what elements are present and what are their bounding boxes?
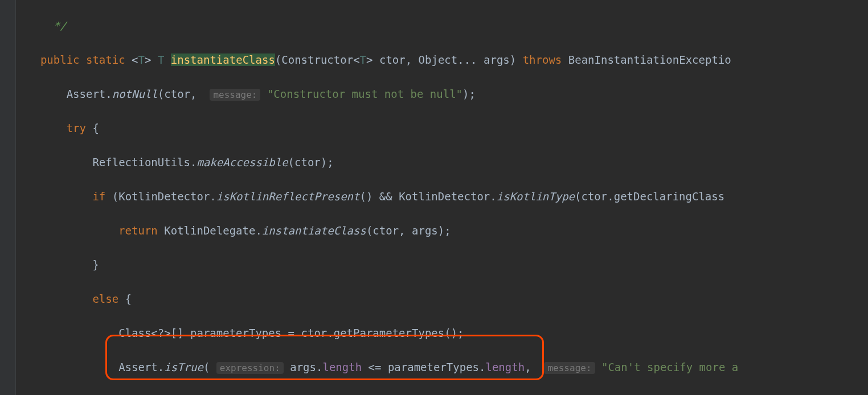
code-line[interactable]: public static <T> T instantiateClass(Con… xyxy=(27,51,868,68)
code-line[interactable]: if (KotlinDetector.isKotlinReflectPresen… xyxy=(27,188,868,205)
code-line[interactable]: } xyxy=(27,256,868,273)
code-line[interactable]: Object[] argsWithDefaultValues = new Obj… xyxy=(27,393,868,395)
code-line[interactable]: */ xyxy=(27,17,868,34)
code-line[interactable]: Assert.notNull(ctor, message: "Construct… xyxy=(27,85,868,102)
code-line[interactable]: Class<?>[] parameterTypes = ctor.getPara… xyxy=(27,324,868,341)
editor-gutter xyxy=(0,0,16,395)
code-line[interactable]: return KotlinDelegate.instantiateClass(c… xyxy=(27,222,868,239)
parameter-hint: message: xyxy=(544,362,595,374)
code-line[interactable]: Assert.isTrue( expression: args.length <… xyxy=(27,359,868,376)
code-editor-area[interactable]: */ public static <T> T instantiateClass(… xyxy=(16,0,868,395)
parameter-hint: message: xyxy=(210,89,260,101)
code-line[interactable]: ReflectionUtils.makeAccessible(ctor); xyxy=(27,154,868,171)
method-declaration: instantiateClass xyxy=(171,54,275,66)
code-line[interactable]: try { xyxy=(27,120,868,137)
parameter-hint: expression: xyxy=(216,362,284,374)
code-line[interactable]: else { xyxy=(27,290,868,307)
